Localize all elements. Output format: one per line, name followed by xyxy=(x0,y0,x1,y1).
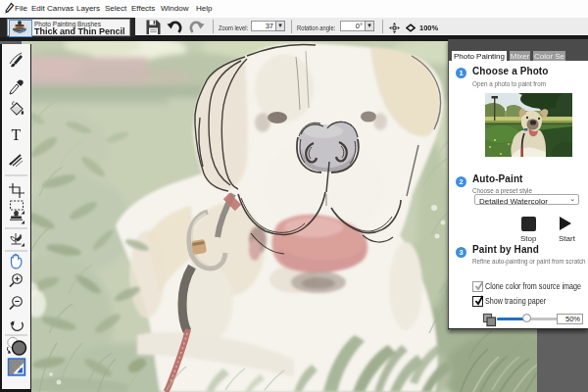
svg-text:T: T xyxy=(12,126,22,143)
